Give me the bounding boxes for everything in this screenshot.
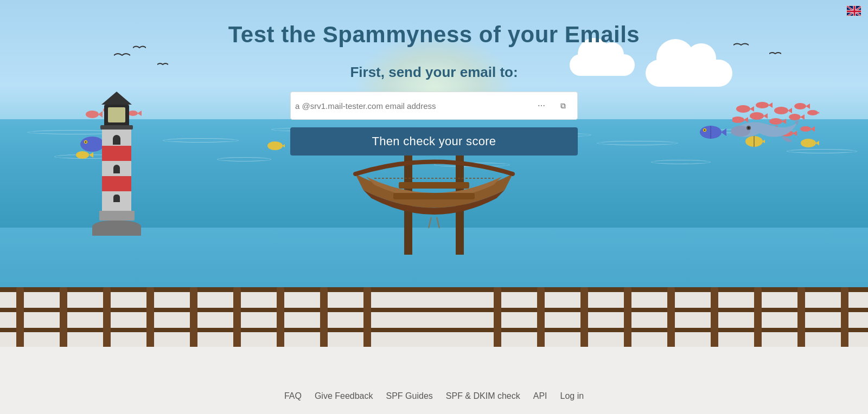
dock-post-12 — [624, 287, 631, 347]
dock-post-5 — [233, 287, 241, 347]
footer-link-spf-dkim[interactable]: SPF & DKIM check — [446, 391, 520, 401]
footer-link-login[interactable]: Log in — [560, 391, 584, 401]
hero-scene: Test the Spammyness of your Emails First… — [0, 0, 868, 287]
dots-icon: ⋯ — [538, 101, 545, 110]
dock-post-3 — [146, 287, 154, 347]
dock-post-13 — [667, 287, 675, 347]
dock-post-7 — [320, 287, 328, 347]
content-overlay: Test the Spammyness of your Emails First… — [0, 0, 868, 287]
dock-post-17 — [841, 287, 848, 347]
dock-post-4 — [190, 287, 197, 347]
copy-icon-btn[interactable]: ⧉ — [553, 96, 573, 115]
dock-post-1 — [60, 287, 67, 347]
footer-link-feedback[interactable]: Give Feedback — [315, 391, 373, 401]
dock-post-8 — [363, 287, 371, 347]
dock-post-6 — [277, 287, 284, 347]
footer-link-faq[interactable]: FAQ — [284, 391, 302, 401]
email-input-container: ⋯ ⧉ — [290, 92, 578, 120]
page-title: Test the Spammyness of your Emails — [228, 22, 640, 48]
dock-post-9 — [494, 287, 501, 347]
form-subtitle: First, send your email to: — [350, 64, 518, 81]
rail-top — [0, 287, 868, 292]
dock-post-11 — [580, 287, 588, 347]
copy-icon: ⧉ — [560, 101, 566, 111]
dock-post-0 — [16, 287, 24, 347]
dock-post-2 — [103, 287, 111, 347]
language-flag[interactable] — [846, 5, 861, 16]
email-input[interactable] — [295, 101, 532, 111]
footer: FAQ Give Feedback SPF Guides SPF & DKIM … — [0, 347, 868, 414]
dock-post-16 — [797, 287, 805, 347]
rail-bot — [0, 328, 868, 332]
dock-post-14 — [711, 287, 718, 347]
pier: (function() { const pier = document.quer… — [0, 287, 868, 347]
rail-mid — [0, 308, 868, 312]
footer-link-spf-guides[interactable]: SPF Guides — [386, 391, 433, 401]
dots-icon-btn[interactable]: ⋯ — [532, 96, 551, 115]
dock-post-15 — [754, 287, 762, 347]
footer-nav: FAQ Give Feedback SPF Guides SPF & DKIM … — [284, 391, 584, 401]
dock-post-10 — [537, 287, 545, 347]
check-score-button[interactable]: Then check your score — [290, 127, 578, 156]
footer-link-api[interactable]: API — [533, 391, 547, 401]
